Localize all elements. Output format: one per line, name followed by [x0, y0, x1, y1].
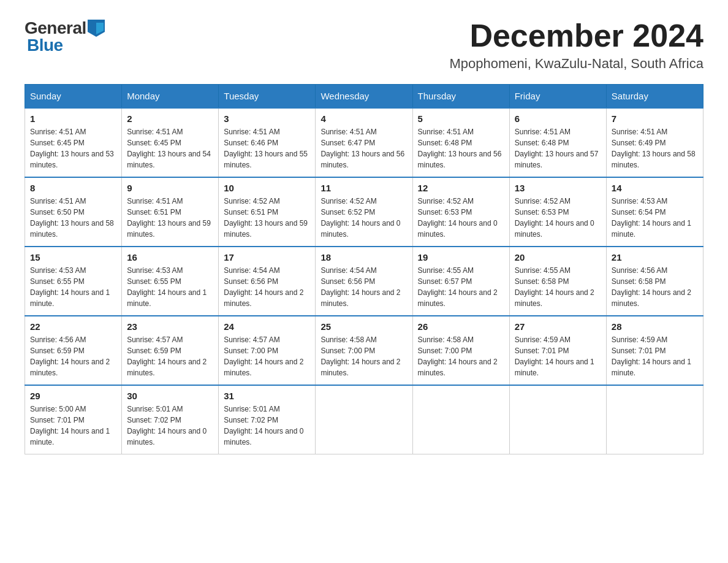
calendar-cell: 13Sunrise: 4:52 AMSunset: 6:53 PMDayligh… — [509, 177, 606, 247]
calendar-cell — [509, 385, 606, 454]
day-info: Sunrise: 4:57 AMSunset: 7:00 PMDaylight:… — [224, 334, 310, 378]
day-info: Sunrise: 4:55 AMSunset: 6:57 PMDaylight:… — [418, 265, 504, 309]
calendar-cell: 14Sunrise: 4:53 AMSunset: 6:54 PMDayligh… — [606, 177, 703, 247]
day-info: Sunrise: 4:59 AMSunset: 7:01 PMDaylight:… — [612, 334, 698, 378]
day-info: Sunrise: 4:51 AMSunset: 6:45 PMDaylight:… — [30, 126, 116, 170]
day-info: Sunrise: 4:52 AMSunset: 6:52 PMDaylight:… — [320, 196, 407, 240]
day-number: 28 — [612, 321, 698, 332]
day-number: 11 — [320, 183, 407, 193]
calendar-header-saturday: Saturday — [606, 85, 703, 109]
day-info: Sunrise: 4:58 AMSunset: 7:00 PMDaylight:… — [418, 334, 504, 378]
day-number: 10 — [224, 183, 310, 193]
day-number: 22 — [30, 321, 116, 332]
calendar-cell: 8Sunrise: 4:51 AMSunset: 6:50 PMDaylight… — [25, 177, 122, 247]
calendar-cell: 24Sunrise: 4:57 AMSunset: 7:00 PMDayligh… — [219, 316, 316, 385]
calendar-header-monday: Monday — [122, 85, 219, 109]
calendar-cell: 12Sunrise: 4:52 AMSunset: 6:53 PMDayligh… — [412, 177, 509, 247]
week-row-3: 15Sunrise: 4:53 AMSunset: 6:55 PMDayligh… — [25, 247, 703, 316]
day-number: 30 — [127, 391, 213, 401]
day-number: 14 — [612, 183, 698, 193]
day-number: 25 — [320, 321, 407, 332]
calendar-cell: 22Sunrise: 4:56 AMSunset: 6:59 PMDayligh… — [25, 316, 122, 385]
calendar-cell — [606, 385, 703, 454]
calendar-table: SundayMondayTuesdayWednesdayThursdayFrid… — [25, 84, 703, 454]
day-number: 9 — [127, 183, 213, 193]
week-row-2: 8Sunrise: 4:51 AMSunset: 6:50 PMDaylight… — [25, 177, 703, 247]
calendar-cell — [316, 385, 412, 454]
day-number: 21 — [612, 252, 698, 262]
day-info: Sunrise: 4:51 AMSunset: 6:48 PMDaylight:… — [418, 126, 504, 170]
calendar-cell: 31Sunrise: 5:01 AMSunset: 7:02 PMDayligh… — [219, 385, 316, 454]
day-number: 16 — [127, 252, 213, 262]
day-info: Sunrise: 4:56 AMSunset: 6:59 PMDaylight:… — [30, 334, 116, 378]
day-info: Sunrise: 4:57 AMSunset: 6:59 PMDaylight:… — [127, 334, 213, 378]
day-info: Sunrise: 4:51 AMSunset: 6:45 PMDaylight:… — [127, 126, 213, 170]
day-number: 18 — [320, 252, 407, 262]
calendar-header-friday: Friday — [509, 85, 606, 109]
calendar-cell: 15Sunrise: 4:53 AMSunset: 6:55 PMDayligh… — [25, 247, 122, 316]
calendar-cell: 4Sunrise: 4:51 AMSunset: 6:47 PMDaylight… — [316, 108, 412, 177]
calendar-cell: 27Sunrise: 4:59 AMSunset: 7:01 PMDayligh… — [509, 316, 606, 385]
calendar-cell: 10Sunrise: 4:52 AMSunset: 6:51 PMDayligh… — [219, 177, 316, 247]
calendar-cell: 23Sunrise: 4:57 AMSunset: 6:59 PMDayligh… — [122, 316, 219, 385]
location-subtitle: Mpophomeni, KwaZulu-Natal, South Africa — [449, 56, 703, 72]
calendar-cell: 21Sunrise: 4:56 AMSunset: 6:58 PMDayligh… — [606, 247, 703, 316]
calendar-header-tuesday: Tuesday — [219, 85, 316, 109]
day-info: Sunrise: 4:51 AMSunset: 6:49 PMDaylight:… — [612, 126, 698, 170]
title-block: December 2024 Mpophomeni, KwaZulu-Natal,… — [449, 18, 703, 72]
day-info: Sunrise: 4:56 AMSunset: 6:58 PMDaylight:… — [612, 265, 698, 309]
week-row-1: 1Sunrise: 4:51 AMSunset: 6:45 PMDaylight… — [25, 108, 703, 177]
day-info: Sunrise: 5:01 AMSunset: 7:02 PMDaylight:… — [224, 404, 310, 448]
day-number: 2 — [127, 113, 213, 124]
day-info: Sunrise: 4:52 AMSunset: 6:53 PMDaylight:… — [418, 196, 504, 240]
calendar-cell: 6Sunrise: 4:51 AMSunset: 6:48 PMDaylight… — [509, 108, 606, 177]
logo-icon — [88, 20, 105, 37]
calendar-cell: 16Sunrise: 4:53 AMSunset: 6:55 PMDayligh… — [122, 247, 219, 316]
day-info: Sunrise: 4:51 AMSunset: 6:50 PMDaylight:… — [30, 196, 116, 240]
calendar-cell: 2Sunrise: 4:51 AMSunset: 6:45 PMDaylight… — [122, 108, 219, 177]
day-number: 27 — [515, 321, 601, 332]
day-number: 24 — [224, 321, 310, 332]
day-number: 1 — [30, 113, 116, 124]
day-number: 13 — [515, 183, 601, 193]
calendar-cell: 1Sunrise: 4:51 AMSunset: 6:45 PMDaylight… — [25, 108, 122, 177]
month-title: December 2024 — [449, 18, 703, 53]
day-number: 31 — [224, 391, 310, 401]
calendar-cell: 5Sunrise: 4:51 AMSunset: 6:48 PMDaylight… — [412, 108, 509, 177]
calendar-cell: 30Sunrise: 5:01 AMSunset: 7:02 PMDayligh… — [122, 385, 219, 454]
day-number: 12 — [418, 183, 504, 193]
logo: General Blue — [25, 18, 105, 55]
day-number: 3 — [224, 113, 310, 124]
day-info: Sunrise: 4:51 AMSunset: 6:47 PMDaylight:… — [320, 126, 407, 170]
day-number: 6 — [515, 113, 601, 124]
calendar-cell: 26Sunrise: 4:58 AMSunset: 7:00 PMDayligh… — [412, 316, 509, 385]
calendar-cell: 18Sunrise: 4:54 AMSunset: 6:56 PMDayligh… — [316, 247, 412, 316]
calendar-header-wednesday: Wednesday — [316, 85, 412, 109]
day-number: 15 — [30, 252, 116, 262]
calendar-cell: 7Sunrise: 4:51 AMSunset: 6:49 PMDaylight… — [606, 108, 703, 177]
calendar-header-row: SundayMondayTuesdayWednesdayThursdayFrid… — [25, 85, 703, 109]
day-info: Sunrise: 4:51 AMSunset: 6:51 PMDaylight:… — [127, 196, 213, 240]
day-info: Sunrise: 4:54 AMSunset: 6:56 PMDaylight:… — [320, 265, 407, 309]
week-row-4: 22Sunrise: 4:56 AMSunset: 6:59 PMDayligh… — [25, 316, 703, 385]
calendar-cell: 28Sunrise: 4:59 AMSunset: 7:01 PMDayligh… — [606, 316, 703, 385]
day-number: 23 — [127, 321, 213, 332]
day-info: Sunrise: 4:53 AMSunset: 6:55 PMDaylight:… — [127, 265, 213, 309]
day-number: 19 — [418, 252, 504, 262]
day-number: 17 — [224, 252, 310, 262]
calendar-cell: 3Sunrise: 4:51 AMSunset: 6:46 PMDaylight… — [219, 108, 316, 177]
day-info: Sunrise: 4:52 AMSunset: 6:51 PMDaylight:… — [224, 196, 310, 240]
day-number: 29 — [30, 391, 116, 401]
day-info: Sunrise: 4:53 AMSunset: 6:55 PMDaylight:… — [30, 265, 116, 309]
day-number: 8 — [30, 183, 116, 193]
day-info: Sunrise: 4:59 AMSunset: 7:01 PMDaylight:… — [515, 334, 601, 378]
calendar-cell: 9Sunrise: 4:51 AMSunset: 6:51 PMDaylight… — [122, 177, 219, 247]
day-number: 26 — [418, 321, 504, 332]
calendar-cell — [412, 385, 509, 454]
day-info: Sunrise: 4:54 AMSunset: 6:56 PMDaylight:… — [224, 265, 310, 309]
day-info: Sunrise: 4:55 AMSunset: 6:58 PMDaylight:… — [515, 265, 601, 309]
day-number: 5 — [418, 113, 504, 124]
calendar-cell: 20Sunrise: 4:55 AMSunset: 6:58 PMDayligh… — [509, 247, 606, 316]
day-number: 7 — [612, 113, 698, 124]
week-row-5: 29Sunrise: 5:00 AMSunset: 7:01 PMDayligh… — [25, 385, 703, 454]
